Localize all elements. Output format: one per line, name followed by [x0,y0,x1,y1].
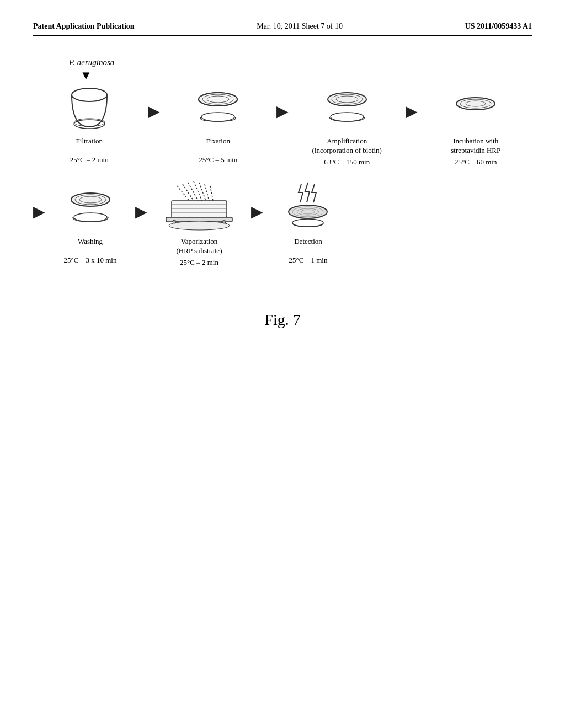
svg-point-36 [289,205,327,218]
fixation-temp: 25°C – 5 min [199,156,237,164]
arrow-3: ▶ [406,102,418,120]
fixation-label: Fixation [206,137,230,153]
svg-point-33 [169,221,230,230]
svg-line-9 [234,117,236,118]
svg-point-10 [328,93,366,106]
amplification-label: Amplification(incorporation of biotin) [312,137,382,156]
svg-line-8 [200,117,201,118]
detection-icon [278,183,339,233]
arrow-6: ▶ [251,202,263,221]
svg-line-26 [210,186,213,201]
svg-point-0 [72,88,107,101]
arrow-1: ▶ [148,102,160,120]
step-vaporization: Vaporization(HRP substrate) 25°C – 2 min [150,183,249,267]
svg-point-17 [71,193,110,206]
svg-point-13 [331,113,364,121]
washing-label: Washing [78,237,103,254]
vaporization-temp: 25°C – 2 min [180,258,218,267]
step-detection: Detection 25°C – 1 min [265,183,351,265]
header-right: US 2011/0059433 A1 [465,22,532,31]
arrow-5: ▶ [135,202,147,221]
vaporization-icon [169,183,230,233]
svg-point-4 [199,93,237,106]
arrow-2: ▶ [276,102,289,120]
svg-point-20 [74,213,107,222]
svg-point-34 [173,220,176,223]
filtration-label: Filtration [76,137,103,153]
page: Patent Application Publication Mar. 10, … [0,0,565,728]
svg-point-35 [222,220,226,223]
incubation-temp: 25°C – 60 min [455,158,497,167]
svg-rect-28 [172,201,227,217]
filtration-icon [59,83,120,132]
step-incubation: Incubation withstreptavidin HRP 25°C – 6… [420,83,532,167]
svg-line-23 [194,181,202,201]
header-left: Patent Application Publication [33,22,135,31]
washing-temp: 25°C – 3 x 10 min [64,256,117,265]
svg-point-7 [201,113,234,121]
svg-line-27 [177,186,189,201]
filtration-temp: 25°C – 2 min [70,156,109,164]
bottom-process-row: ▶ Washing 25°C – 3 x 10 min ▶ [33,183,532,267]
detection-temp: 25°C – 1 min [289,256,328,265]
arrow-4: ▶ [33,202,45,221]
washing-icon [60,183,121,233]
vaporization-label: Vaporization(HRP substrate) [177,237,222,256]
step-filtration: Filtration 25°C – 2 min [33,83,146,164]
svg-line-22 [188,183,198,201]
detection-label: Detection [294,237,322,254]
amplification-icon [317,83,377,132]
page-header: Patent Application Publication Mar. 10, … [33,22,532,36]
svg-line-25 [205,184,209,201]
figure-caption: Fig. 7 [33,311,532,329]
main-content: P. aeruginosa ▼ Filtration 25 [33,47,532,278]
step-fixation: Fixation 25°C – 5 min [162,83,275,164]
fixation-icon [188,83,248,132]
incubation-label: Incubation withstreptavidin HRP [451,137,500,156]
incubation-icon [445,83,506,132]
step-amplification: Amplification(incorporation of biotin) 6… [291,83,403,167]
step-washing: Washing 25°C – 3 x 10 min [47,183,133,265]
header-center: Mar. 10, 2011 Sheet 7 of 10 [257,22,343,31]
svg-line-21 [183,184,194,201]
amplification-temp: 63°C – 150 min [324,158,370,167]
organism-label: P. aeruginosa [69,58,114,67]
top-process-row: Filtration 25°C – 2 min ▶ [33,83,532,167]
